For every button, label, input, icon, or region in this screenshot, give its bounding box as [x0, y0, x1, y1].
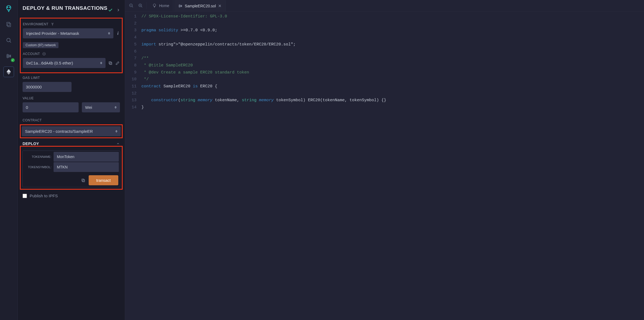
- value-amount-input[interactable]: 0: [23, 102, 79, 112]
- zoom-out-icon[interactable]: [127, 2, 135, 9]
- file-explorer-icon[interactable]: [3, 19, 14, 30]
- copy-params-icon[interactable]: [81, 178, 85, 183]
- svg-point-5: [7, 38, 10, 42]
- deploy-toggle[interactable]: DEPLOY: [23, 141, 120, 146]
- env-account-highlight: ENVIRONMENT Injected Provider - Metamask…: [20, 18, 123, 73]
- tab-home-label: Home: [159, 4, 169, 8]
- publish-ipfs-checkbox[interactable]: [23, 194, 27, 198]
- svg-rect-3: [7, 22, 10, 26]
- deploy-params: TOKENNAME: TOKENSYMBOL: transact: [22, 150, 120, 187]
- contract-label: CONTRACT: [23, 118, 120, 122]
- search-icon[interactable]: [3, 35, 14, 46]
- icon-sidebar: ✓: [0, 0, 18, 320]
- tokensymbol-input[interactable]: [54, 162, 119, 172]
- transact-button[interactable]: transact: [89, 175, 118, 185]
- publish-label: Publish to IPFS: [30, 193, 58, 198]
- svg-rect-10: [110, 62, 112, 64]
- edit-account-icon[interactable]: [115, 61, 120, 65]
- zoom-in-icon[interactable]: [137, 2, 145, 9]
- check-icon[interactable]: [108, 8, 113, 13]
- gas-limit-label: GAS LIMIT: [23, 76, 120, 80]
- svg-rect-13: [82, 179, 84, 181]
- info-icon[interactable]: i: [116, 31, 120, 36]
- account-select[interactable]: 0xC1a...6dA4b (0.5 ether): [23, 58, 106, 68]
- account-label: ACCOUNT: [23, 52, 120, 56]
- svg-rect-4: [8, 23, 11, 27]
- solidity-file-icon: [178, 4, 182, 8]
- contract-highlight: SampleERC20 - contracts/SampleER: [20, 124, 123, 138]
- svg-point-2: [10, 7, 10, 8]
- tab-file-label: SampleERC20.sol: [185, 4, 216, 8]
- tab-file[interactable]: SampleERC20.sol ✕: [174, 0, 225, 11]
- value-unit-select[interactable]: Wei: [82, 102, 120, 112]
- svg-line-15: [132, 6, 133, 7]
- svg-point-21: [153, 4, 156, 6]
- chevron-up-icon: [116, 141, 120, 146]
- tokenname-label: TOKENNAME:: [24, 152, 54, 162]
- code-content[interactable]: // SPDX-License-Identifier: GPL-3.0 prag…: [141, 13, 644, 320]
- deploy-run-icon[interactable]: [3, 66, 14, 77]
- network-badge: Custom (97) network: [23, 42, 58, 48]
- environment-label: ENVIRONMENT: [23, 22, 120, 26]
- svg-line-18: [141, 6, 142, 7]
- deploy-params-highlight: TOKENNAME: TOKENSYMBOL: transact: [20, 146, 123, 190]
- tokensymbol-label: TOKENSYMBOL:: [24, 162, 54, 172]
- environment-select[interactable]: Injected Provider - Metamask: [23, 28, 113, 38]
- svg-rect-12: [82, 180, 85, 182]
- plug-icon: [51, 22, 54, 26]
- publish-ipfs-row[interactable]: Publish to IPFS: [23, 193, 120, 198]
- svg-rect-11: [109, 61, 111, 64]
- editor-area: Home SampleERC20.sol ✕ 12345678910111213…: [125, 0, 644, 320]
- home-remix-icon: [152, 3, 157, 8]
- remix-logo-icon[interactable]: [3, 3, 14, 14]
- compiler-icon[interactable]: ✓: [3, 51, 14, 61]
- svg-line-6: [10, 41, 11, 43]
- gas-limit-input[interactable]: 3000000: [23, 82, 72, 92]
- plus-circle-icon[interactable]: [42, 52, 46, 56]
- value-label: VALUE: [23, 96, 120, 100]
- tokenname-input[interactable]: [54, 152, 119, 162]
- tab-home[interactable]: Home: [148, 0, 173, 11]
- compile-success-badge: ✓: [11, 58, 15, 62]
- chevron-right-icon[interactable]: [117, 8, 120, 13]
- contract-select[interactable]: SampleERC20 - contracts/SampleER: [22, 126, 121, 136]
- copy-account-icon[interactable]: [108, 61, 113, 65]
- svg-point-1: [7, 7, 8, 8]
- editor-topbar: Home SampleERC20.sol ✕: [125, 0, 644, 11]
- close-tab-icon[interactable]: ✕: [218, 4, 222, 8]
- line-gutter: 1234567891011121314: [125, 13, 141, 320]
- deploy-panel: DEPLOY & RUN TRANSACTIONS ENVIRONMENT In…: [18, 0, 125, 320]
- code-editor[interactable]: 1234567891011121314 // SPDX-License-Iden…: [125, 11, 644, 320]
- panel-title: DEPLOY & RUN TRANSACTIONS: [23, 5, 107, 12]
